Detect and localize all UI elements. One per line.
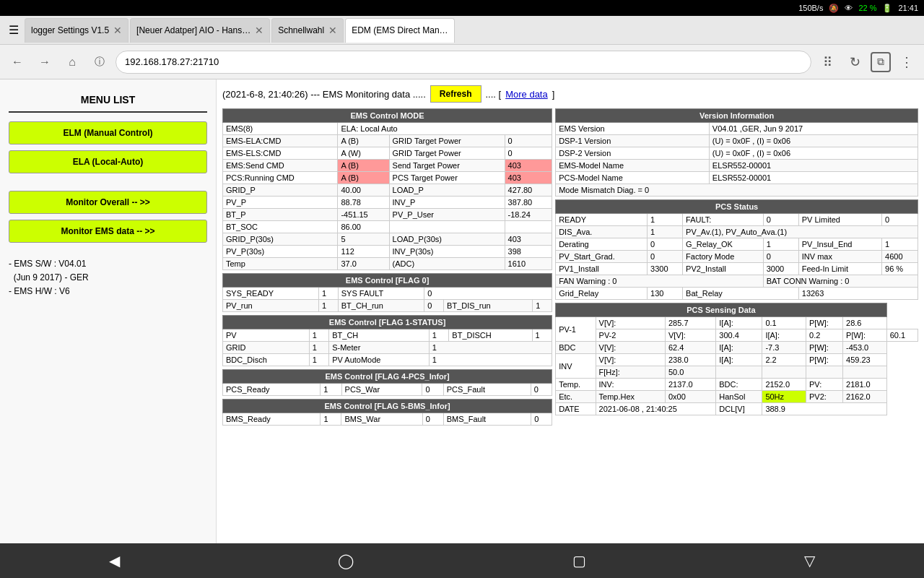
table-row: Temp. INV: 2137.0 BDC: 2152.0 PV: 2181.0 [556,379,918,391]
pcs-status-header: PCS Status [556,200,918,214]
hamburger-button[interactable]: ☰ [3,16,25,45]
table-row: PV-2 V[V]: 300.4 I[A]: 0.2 P[W]: 60.1 [556,329,918,342]
table-row: BT_SOC 86.00 [223,221,552,233]
pcs-status-table: PCS Status READY 1 FAULT: 0 PV Limited 0 [555,199,918,300]
info-button[interactable]: ⓘ [88,51,111,74]
tab-0[interactable]: logger Settings V1.5 ✕ [25,18,128,43]
tab-bar: ☰ logger Settings V1.5 ✕ [Neuer Adatper]… [0,16,924,45]
flag1-header: EMS Control [FLAG 1-STATUS] [223,316,552,329]
ems-control-mode-table: EMS Control MODE EMS(8) ELA: Local Auto … [222,108,552,270]
table-row: Derating 0 G_Relay_OK 1 PV_Insul_End 1 [556,238,918,251]
back-button[interactable]: ← [6,51,29,74]
table-row: GRID_P 40.00 LOAD_P 427.80 [223,184,552,197]
table-row: BMS_Ready 1 BMS_War 0 BMS_Fault 0 [223,413,552,426]
flag5-table: EMS Control [FLAG 5-BMS_Infor] BMS_Ready… [222,399,552,426]
tab-2-close[interactable]: ✕ [328,25,337,36]
table-row: EMS-Model Name ELSR552-00001 [556,160,918,172]
data-container: EMS Control MODE EMS(8) ELA: Local Auto … [222,108,918,428]
table-row: DIS_Ava. 1 PV_Av.(1), PV_Auto_Ava.(1) [556,226,918,238]
table-row: EMS-ELA:CMD A (B) GRID Target Power 0 [223,135,552,147]
flag1-table: EMS Control [FLAG 1-STATUS] PV 1 BT_CH 1… [222,315,552,366]
table-row: DSP-2 Version (U) = 0x0F , (I) = 0x06 [556,147,918,160]
left-tables: EMS Control MODE EMS(8) ELA: Local Auto … [222,108,552,428]
tab-0-label: logger Settings V1.5 [31,25,109,35]
eye-icon: 👁 [845,4,853,12]
sidebar-btn-elm[interactable]: ELM (Manual Control) [9,121,207,144]
table-row: GRID_P(30s) 5 LOAD_P(30s) 403 [223,233,552,246]
battery-level: 22 % [858,4,876,12]
reload-button[interactable]: ↻ [843,51,866,74]
sidebar-btn-monitor-ems[interactable]: Monitor EMS data -- >> [9,220,207,243]
apps-button[interactable]: ⠿ [816,51,839,74]
table-row: DATE 2021-06-08 , 21:40:25 DCL[V] 388.9 [556,403,918,415]
sidebar-title: MENU LIST [9,88,207,113]
table-row: PV_Start_Grad. 0 Factory Mode 0 INV max … [556,251,918,263]
tab-2[interactable]: Schnellwahl ✕ [271,18,344,43]
tab-3-label: EDM (EMS Direct Man… [352,25,448,35]
tab-1[interactable]: [Neuer Adatper] AIO - Hans… ✕ [130,18,270,43]
table-row: PCS-Model Name ELSR552-00001 [556,172,918,184]
page-header-dots: .... [ [486,89,502,100]
network-speed: 150B/s [798,4,823,12]
flag0-table: EMS Control [FLAG 0] SYS_READY 1 SYS FAU… [222,273,552,312]
table-row: BDC_Disch 1 PV AutoMode 1 [223,354,552,366]
pcs-sensing-header: PCS Sensing Data [556,303,887,317]
table-row: Temp 37.0 (ADC) 1610 [223,258,552,270]
sidebar-info: - EMS S/W : V04.01 (Jun 9 2017) - GER - … [9,257,207,299]
flag4-header: EMS Control [FLAG 4-PCS_Infor] [223,370,552,384]
time: 21:41 [898,4,918,12]
table-row: INV V[V]: 238.0 I[A]: 2.2 P[W]: 459.23 [556,354,918,366]
table-row: PV-1 V[V]: 285.7 I[A]: 0.1 P[W]: 28.6 [556,317,918,329]
flag0-header: EMS Control [FLAG 0] [223,274,552,288]
page-content: (2021-6-8, 21:40:26) --- EMS Monitoring … [217,79,924,543]
sidebar-btn-ela[interactable]: ELA (Local-Auto) [9,150,207,173]
home-nav-button[interactable]: ◯ [321,546,371,575]
tabs-button[interactable]: ⧉ [871,52,891,72]
address-bar: ← → ⌂ ⓘ ⠿ ↻ ⧉ ⋮ [0,45,924,79]
right-tables: Version Information EMS Version V04.01 ,… [555,108,918,428]
version-info-header: Version Information [556,109,918,123]
table-row: PCS:Running CMD A (B) PCS Target Power 4… [223,172,552,184]
table-row: DSP-1 Version (U) = 0x0F , (I) = 0x06 [556,135,918,147]
page-header: (2021-6-8, 21:40:26) --- EMS Monitoring … [222,85,918,103]
table-row: PV_P 88.78 INV_P 387.80 [223,197,552,209]
tab-0-close[interactable]: ✕ [113,25,122,36]
ems-control-mode-header: EMS Control MODE [223,109,552,123]
tab-1-label: [Neuer Adatper] AIO - Hans… [136,25,250,35]
back-nav-button[interactable]: ◀ [92,546,137,575]
refresh-button[interactable]: Refresh [430,85,481,103]
table-row: EMS(8) ELA: Local Auto [223,123,552,135]
menu-nav-button[interactable]: ▽ [787,546,832,575]
page-header-text: (2021-6-8, 21:40:26) --- EMS Monitoring … [222,89,426,100]
page-header-end: ] [552,89,555,100]
table-row: PV 1 BT_CH 1 BT_DISCH 1 [223,329,552,342]
more-button[interactable]: ⋮ [895,51,918,74]
url-input[interactable] [116,51,811,74]
status-bar: 150B/s 🔕 👁 22 % 🔋 21:41 [0,0,924,16]
silent-icon: 🔕 [829,4,839,13]
table-row: EMS-ELS:CMD A (W) GRID Target Power 0 [223,147,552,160]
table-row: EMS Version V04.01 ,GER, Jun 9 2017 [556,123,918,135]
version-info-table: Version Information EMS Version V04.01 ,… [555,108,918,197]
table-row: PV_P(30s) 112 INV_P(30s) 398 [223,246,552,258]
table-row: Mode Mismatch Diag. = 0 [556,184,918,197]
table-row: BT_P -451.15 PV_P_User -18.24 [223,209,552,221]
table-row: READY 1 FAULT: 0 PV Limited 0 [556,214,918,226]
table-row: PV_run 1 BT_CH_run 0 BT_DIS_run 1 [223,300,552,312]
table-row: GRID 1 S-Meter 1 [223,342,552,354]
main-content: MENU LIST ELM (Manual Control) ELA (Loca… [0,79,924,543]
table-row: Etc. Temp.Hex 0x00 HanSol 50Hz PV2: 2162… [556,391,918,403]
recents-nav-button[interactable]: ▢ [555,546,603,575]
home-button[interactable]: ⌂ [61,51,84,74]
sidebar: MENU LIST ELM (Manual Control) ELA (Loca… [0,79,217,543]
table-row: BDC V[V]: 62.4 I[A]: -7.3 P[W]: -453.0 [556,342,918,354]
tab-3[interactable]: EDM (EMS Direct Man… [345,18,454,43]
tab-1-close[interactable]: ✕ [255,25,263,36]
table-row: F[Hz]: 50.0 [556,366,918,379]
tab-2-label: Schnellwahl [278,25,324,35]
table-row: PCS_Ready 1 PCS_War 0 PCS_Fault 0 [223,384,552,396]
forward-button[interactable]: → [33,51,56,74]
table-row: PV1_Install 3300 PV2_Install 3000 Feed-I… [556,263,918,275]
sidebar-btn-monitor-overall[interactable]: Monitor Overall -- >> [9,191,207,214]
more-data-link[interactable]: More data [505,89,548,100]
